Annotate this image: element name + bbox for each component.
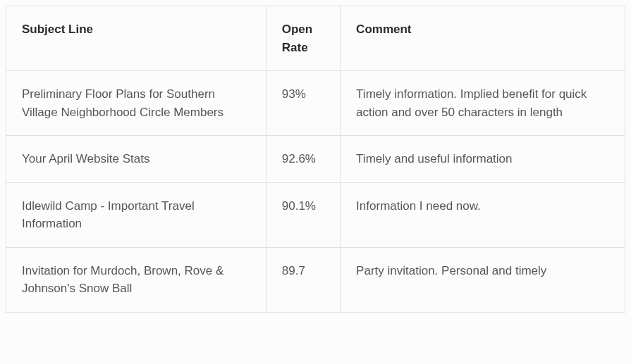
header-open-rate: Open Rate bbox=[266, 6, 340, 71]
header-comment: Comment bbox=[341, 6, 625, 71]
table-row: Idlewild Camp - Important Travel Informa… bbox=[6, 182, 625, 247]
cell-subject-line: Preliminary Floor Plans for Southern Vil… bbox=[6, 71, 267, 136]
table-row: Preliminary Floor Plans for Southern Vil… bbox=[6, 71, 625, 136]
cell-comment: Timely information. Implied benefit for … bbox=[341, 71, 625, 136]
cell-subject-line: Invitation for Murdoch, Brown, Rove & Jo… bbox=[6, 247, 267, 312]
cell-subject-line: Your April Website Stats bbox=[6, 136, 267, 183]
cell-open-rate: 93% bbox=[266, 71, 340, 136]
header-subject-line: Subject Line bbox=[6, 6, 267, 71]
cell-open-rate: 89.7 bbox=[266, 247, 340, 312]
cell-comment: Party invitation. Personal and timely bbox=[341, 247, 625, 312]
cell-comment: Information I need now. bbox=[341, 182, 625, 247]
table-header-row: Subject Line Open Rate Comment bbox=[6, 6, 625, 71]
cell-subject-line: Idlewild Camp - Important Travel Informa… bbox=[6, 182, 267, 247]
cell-open-rate: 92.6% bbox=[266, 136, 340, 183]
cell-comment: Timely and useful information bbox=[341, 136, 625, 183]
subject-lines-table: Subject Line Open Rate Comment Prelimina… bbox=[6, 6, 625, 313]
table-row: Invitation for Murdoch, Brown, Rove & Jo… bbox=[6, 247, 625, 312]
table-row: Your April Website Stats 92.6% Timely an… bbox=[6, 136, 625, 183]
cell-open-rate: 90.1% bbox=[266, 182, 340, 247]
